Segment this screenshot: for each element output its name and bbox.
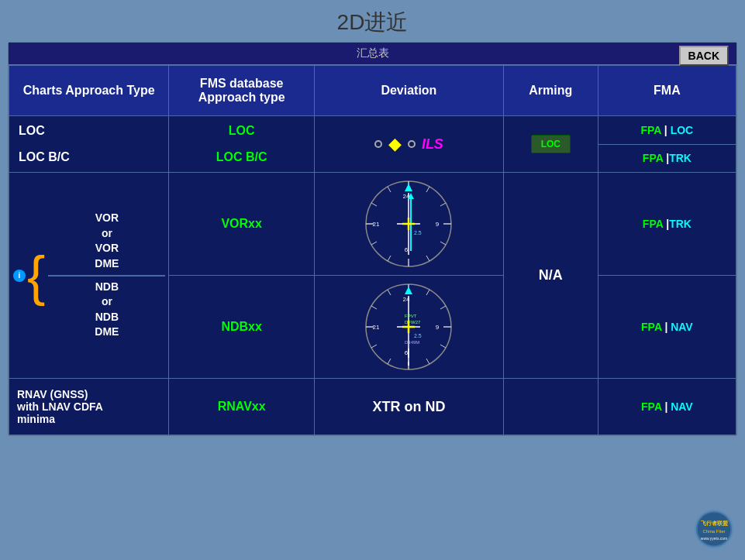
svg-text:China Flier: China Flier [702, 529, 725, 534]
svg-text:21: 21 [373, 324, 380, 331]
diamond-icon: ◆ [388, 134, 402, 154]
svg-line-7 [440, 203, 446, 206]
rnav-deviation-cell: XTR on ND [314, 379, 503, 435]
rnav-fma-cell: FPA | NAV [598, 379, 736, 435]
watermark-circle: 飞行者联盟 China Flier www.yyets.com [695, 510, 733, 548]
approach-table: Charts Approach Type FMS database Approa… [9, 65, 736, 435]
rnav-fms-cell: RNAVxx [169, 379, 315, 435]
svg-text:9: 9 [436, 221, 440, 228]
fpa-trk-label2: FPA |TRK [643, 218, 692, 230]
svg-text:DFW27: DFW27 [405, 320, 421, 325]
svg-line-34 [371, 306, 377, 309]
svg-line-32 [388, 290, 391, 295]
loc-bc-label: LOC B/C [19, 150, 159, 164]
loc-label: LOC [19, 124, 159, 138]
fpa-loc-label: FPA | LOC [641, 124, 694, 136]
vor-fma-cell: FPA |TRK [598, 173, 736, 276]
vor-type-label: VORorVORDME [48, 211, 165, 271]
ils-indicator: ◆ ILS [322, 134, 495, 154]
loc-fma-bottom-cell: FPA |TRK [598, 144, 736, 173]
vor-ndb-group-row: i { VORorVORDME NDBorNDBDME [9, 173, 736, 276]
rnav-fms-label: RNAVxx [218, 400, 266, 413]
info-icon: i [13, 270, 26, 282]
vor-fms-label: VORxx [221, 217, 261, 230]
rnav-row: RNAV (GNSS) with LNAV CDFA minima RNAVxx… [9, 379, 736, 435]
svg-text:9: 9 [436, 324, 440, 331]
svg-line-5 [426, 187, 429, 192]
col1-header: Charts Approach Type [9, 66, 169, 116]
dot-right-icon [408, 140, 416, 148]
svg-text:D349M: D349M [405, 340, 419, 345]
loc-button: LOC [531, 135, 571, 153]
ils-label: ILS [422, 136, 443, 153]
svg-line-31 [426, 290, 429, 295]
svg-line-33 [440, 306, 446, 309]
svg-marker-39 [405, 287, 412, 294]
loc-fms-label: LOC [177, 124, 306, 138]
loc-type-cell: LOC LOC B/C [9, 116, 169, 173]
subtitle-label: 汇总表 [357, 46, 389, 59]
svg-line-36 [371, 345, 377, 348]
loc-row-top: LOC LOC B/C LOC LOC B/C ◆ ILS [9, 116, 736, 145]
loc-bc-fms-label: LOC B/C [177, 150, 306, 164]
col5-header: FMA [598, 66, 736, 116]
page-title: 2D进近 [337, 10, 409, 34]
vor-fms-cell: VORxx [169, 173, 315, 276]
main-title-bar: 2D进近 [0, 0, 745, 42]
ils-deviation-cell: ◆ ILS [314, 116, 503, 173]
ndb-hsi-diagram: 24 6 9 21 FPVT DFW27 2.5 D349M [319, 280, 498, 373]
rnav-arming-cell [503, 379, 598, 435]
col3-header: Deviation [314, 66, 503, 116]
dot-left-icon [374, 140, 382, 148]
ndb-fms-cell: NDBxx [169, 276, 315, 379]
content-area: 汇总表 BACK Charts Approach Type FMS databa… [8, 42, 737, 436]
svg-line-8 [371, 203, 377, 206]
svg-text:www.yyets.com: www.yyets.com [701, 536, 727, 541]
vor-ndb-arming-cell: N/A [503, 173, 598, 379]
bracket-icon: { [27, 249, 45, 303]
subtitle-bar: 汇总表 BACK [9, 43, 736, 65]
fpa-nav-label1: FPA | NAV [641, 321, 693, 333]
col4-header: Arming [503, 66, 598, 116]
svg-text:2.5: 2.5 [414, 333, 422, 338]
svg-marker-13 [405, 184, 412, 191]
rnav-label: RNAV (GNSS) with LNAV CDFA minima [17, 388, 103, 425]
svg-line-11 [426, 256, 429, 261]
svg-line-12 [388, 256, 391, 261]
watermark: 飞行者联盟 China Flier www.yyets.com [695, 510, 733, 548]
ndb-deviation-cell: 24 6 9 21 FPVT DFW27 2.5 D349M [314, 276, 503, 379]
svg-line-10 [371, 242, 377, 245]
svg-line-6 [388, 187, 391, 192]
fpa-trk-label1: FPA |TRK [643, 152, 692, 164]
loc-fms-cell: LOC LOC B/C [169, 116, 315, 173]
svg-text:21: 21 [373, 221, 380, 228]
ndb-type-label: NDBorNDBDME [48, 280, 165, 340]
xtr-nd-label: XTR on ND [372, 399, 445, 414]
col2-header: FMS database Approach type [169, 66, 315, 116]
svg-text:2.5: 2.5 [414, 230, 422, 235]
svg-line-9 [440, 242, 446, 245]
vor-deviation-cell: 24 6 9 21 [314, 173, 503, 276]
svg-line-37 [426, 359, 429, 364]
ndb-fma-cell: FPA | NAV [598, 276, 736, 379]
fpa-nav-label2: FPA | NAV [641, 400, 693, 413]
rnav-type-cell: RNAV (GNSS) with LNAV CDFA minima [9, 379, 169, 435]
svg-line-38 [388, 359, 391, 364]
header-row: Charts Approach Type FMS database Approa… [9, 66, 736, 116]
svg-text:FPVT: FPVT [405, 314, 417, 318]
svg-text:6: 6 [405, 349, 409, 356]
ndb-fms-label: NDBxx [221, 320, 261, 333]
loc-arming-cell: LOC [503, 116, 598, 173]
svg-text:6: 6 [405, 246, 409, 253]
svg-line-35 [440, 345, 446, 348]
na-label: N/A [539, 267, 563, 283]
loc-fma-top-cell: FPA | LOC [598, 116, 736, 145]
svg-text:飞行者联盟: 飞行者联盟 [701, 520, 729, 526]
back-button[interactable]: BACK [679, 46, 729, 66]
vor-hsi-diagram: 24 6 9 21 [319, 177, 498, 270]
bracket-cell: i { VORorVORDME NDBorNDBDME [9, 173, 169, 379]
